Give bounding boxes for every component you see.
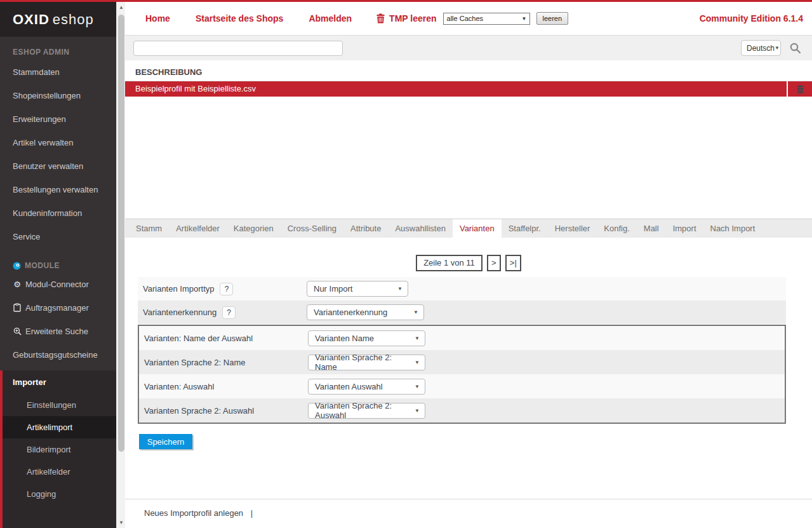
cache-select-value: alle Caches [447,15,483,22]
nav-home-link[interactable]: Home [145,13,170,24]
tab-attribute[interactable]: Attribute [343,219,388,238]
tab-staffelpr[interactable]: Staffelpr. [502,219,548,238]
sidebar-subitem-bilderimport[interactable]: Bilderimport [3,438,116,461]
form-row-sprache2-name: Varianten Sprache 2: Name Varianten Spra… [139,350,785,374]
form-row-sprache2-auswahl: Varianten Sprache 2: Auswahl Varianten S… [139,398,785,423]
chevron-down-icon: ▼ [413,309,418,315]
language-select[interactable]: Deutsch ▼ [741,40,781,56]
profile-list-row-selected[interactable]: Beispielprofil mit Beispielliste.csv [125,81,812,97]
chevron-down-icon: ▼ [415,335,420,341]
sidebar-subitem-artikelimport[interactable]: Artikelimport [3,416,116,438]
save-button[interactable]: Speichern [139,434,192,449]
logo-text-bold: OXID [13,11,50,28]
sidebar-item-service[interactable]: Service [0,225,116,248]
sprache2-auswahl-select[interactable]: Varianten Sprache 2: Auswahl ▼ [308,403,425,419]
chevron-down-icon: ▼ [415,408,420,414]
help-button[interactable]: ? [222,306,236,319]
trash-icon[interactable] [376,13,385,24]
form-row-auswahl: Varianten: Auswahl Varianten Auswahl ▼ [139,374,785,398]
footer-bar: Neues Importprofil anlegen | [125,499,812,528]
clipboard-icon [11,296,23,320]
variantenerkennung-select[interactable]: Variantenerkennung ▼ [307,304,424,320]
pagination-last-button[interactable]: >| [505,255,521,271]
sidebar-item-auftragsmanager[interactable]: Auftragsmanager [0,296,116,320]
form-row-importtyp: Varianten Importtyp ? Nur Import ▼ [138,277,786,301]
sidebar-item-label: Erweiterte Suche [25,327,88,336]
tab-nach-import[interactable]: Nach Import [703,219,762,238]
nav-logout-link[interactable]: Abmelden [309,13,352,24]
help-button[interactable]: ? [220,283,233,295]
pagination-status: Zeile 1 von 11 [416,255,483,271]
tab-varianten-active[interactable]: Varianten [453,219,502,238]
sidebar-item-label: Modul-Connector [25,280,89,289]
sidebar-item-importer[interactable]: Importer [3,370,116,394]
sidebar-section-module: MODULE [0,248,116,273]
sprache2-name-select[interactable]: Varianten Sprache 2: Name ▼ [308,355,425,370]
variant-mapping-form: Varianten Importtyp ? Nur Import ▼ Varia… [138,277,786,424]
sidebar-subitem-artikelfelder[interactable]: Artikelfelder [3,461,116,483]
tmp-clear-label[interactable]: TMP leeren [389,13,436,24]
content-spacer [125,97,812,219]
varianten-auswahl-select[interactable]: Varianten Auswahl ▼ [308,379,425,395]
sidebar-item-artikel-verwalten[interactable]: Artikel verwalten [0,131,116,154]
scrollbar-thumb[interactable] [118,15,124,452]
clear-cache-button[interactable]: leeren [536,12,569,25]
tab-konfig[interactable]: Konfig. [597,219,636,238]
sidebar-item-erweiterungen[interactable]: Erweiterungen [0,107,116,131]
chevron-down-icon: ▼ [775,45,780,51]
form-row-variantenerkennung: Variantenerkennung ? Variantenerkennung … [138,301,786,324]
app-logo: OXID eshop [0,2,116,37]
field-label: Varianten: Name der Auswahl [144,334,308,343]
sidebar-item-shopeinstellungen[interactable]: Shopeinstellungen [0,84,116,107]
field-label-text: Varianten: Name der Auswahl [144,334,253,343]
sidebar-item-stammdaten[interactable]: Stammdaten [0,60,116,84]
tab-artikelfelder[interactable]: Artikelfelder [169,219,227,238]
tab-stamm[interactable]: Stamm [129,219,169,238]
tab-mall[interactable]: Mall [637,219,666,238]
sidebar-subitem-logging[interactable]: Logging [3,483,116,505]
varianten-name-select[interactable]: Varianten Name ▼ [308,330,425,346]
sidebar-group-importer: Importer Einstellungen Artikelimport Bil… [0,370,116,528]
cache-select[interactable]: alle Caches ▼ [443,13,530,25]
sidebar-item-label: Auftragsmanager [25,303,89,313]
field-label-text: Varianten: Auswahl [144,382,214,391]
sidebar-subitem-einstellungen[interactable]: Einstellungen [3,394,116,416]
sidebar-item-kundeninformation[interactable]: Kundeninformation [0,201,116,225]
scroll-up-icon[interactable]: ▲ [117,4,126,10]
sidebar-item-erweiterte-suche[interactable]: Erweiterte Suche [0,320,116,343]
tab-cross-selling[interactable]: Cross-Selling [281,219,343,238]
tab-auswahllisten[interactable]: Auswahllisten [388,219,453,238]
tmp-clear-group: TMP leeren [376,13,436,24]
content-panel: BESCHREIBUNG Beispielprofil mit Beispiel… [125,60,812,528]
chevron-down-icon: ▼ [522,16,527,22]
sidebar-item-bestellungen-verwalten[interactable]: Bestellungen verwalten [0,178,116,201]
language-select-value: Deutsch [747,44,775,53]
nav-shop-start-link[interactable]: Startseite des Shops [196,13,284,24]
sidebar-item-geburtstagsgutscheine[interactable]: Geburtstagsgutscheine [0,343,116,367]
form-row-name-der-auswahl: Varianten: Name der Auswahl Varianten Na… [139,326,785,350]
select-value: Nur Import [314,284,352,294]
field-label: Varianten Importtyp ? [143,283,307,295]
select-value: Varianten Auswahl [315,382,383,391]
trash-icon [796,85,804,94]
delete-row-cell[interactable] [787,81,812,97]
tab-import[interactable]: Import [666,219,703,238]
sidebar-scrollbar[interactable]: ▲ ▼ [116,2,125,528]
layout: OXID eshop ESHOP ADMIN Stammdaten Shopei… [0,2,812,528]
magnifier-plus-icon [11,320,23,343]
chevron-down-icon: ▼ [415,384,420,389]
tab-hersteller[interactable]: Hersteller [548,219,597,238]
new-import-profile-link[interactable]: Neues Importprofil anlegen [144,508,243,518]
pagination-next-button[interactable]: > [487,255,501,271]
tab-bar: Stamm Artikelfelder Kategorien Cross-Sel… [125,219,812,238]
sidebar-item-modul-connector[interactable]: ⚙Modul-Connector [0,273,116,296]
chevron-down-icon: ▼ [415,360,420,365]
sidebar-item-benutzer-verwalten[interactable]: Benutzer verwalten [0,154,116,178]
scroll-down-icon[interactable]: ▼ [117,520,126,525]
search-input[interactable] [133,41,343,56]
importtyp-select[interactable]: Nur Import ▼ [307,281,408,297]
tab-kategorien[interactable]: Kategorien [227,219,281,238]
select-value: Variantenerkennung [314,308,387,317]
search-icon[interactable] [790,43,801,53]
field-label-text: Varianten Importtyp [143,284,214,294]
